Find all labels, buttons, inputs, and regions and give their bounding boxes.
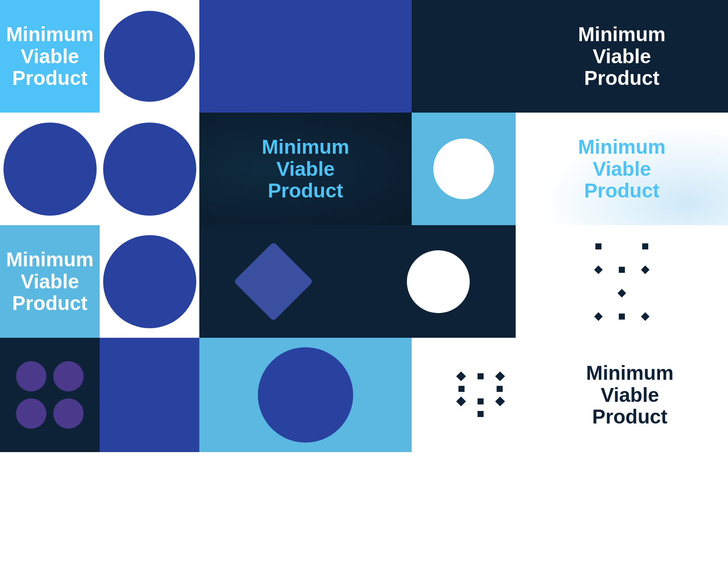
spacer [478, 386, 484, 392]
dot-area-r4 [449, 364, 512, 426]
diamond-shape [234, 242, 313, 321]
spacer2 [458, 411, 465, 417]
dia4 [495, 397, 505, 407]
sq2 [458, 386, 465, 392]
dia3 [456, 397, 466, 407]
dot5 [619, 267, 625, 273]
circle-r4c3 [258, 347, 353, 443]
dot-pattern-r3c5 [590, 238, 654, 325]
cell-r4c2 [100, 338, 199, 452]
cell-r4c4: MinimumViableProduct [412, 338, 728, 452]
dot-row-1 [458, 373, 504, 380]
circle-r3c2 [103, 235, 196, 328]
dot11 [619, 314, 625, 320]
circle-r4c2 [102, 347, 197, 443]
small-circles-r4c1 [7, 352, 92, 437]
cell-r1c5: MinimumViableProduct [516, 0, 728, 113]
main-grid: MinimumViableProduct MinimumViableProduc… [0, 0, 728, 582]
cell-r3c5 [516, 225, 728, 338]
circle-r2c2 [103, 123, 196, 216]
dot12 [642, 314, 648, 320]
dot4 [595, 267, 601, 273]
cell-r4c3 [199, 338, 412, 452]
circle-r3c4 [407, 250, 470, 313]
dia2 [495, 372, 505, 382]
mvp-label-7: MinimumViableProduct [586, 362, 674, 428]
dia1 [456, 372, 466, 382]
cell-r2c2 [100, 113, 199, 225]
dot1 [595, 243, 601, 249]
cell-r2c4 [412, 113, 516, 225]
cell-r4c1 [0, 338, 100, 452]
small-circle-2 [53, 361, 84, 391]
cell-r2c5: MinimumViableProduct [516, 113, 728, 225]
sq4 [478, 398, 484, 404]
cell-r3c2 [100, 225, 199, 338]
small-circle-1 [16, 361, 46, 391]
cell-r3c3 [199, 225, 516, 338]
cell-r1c2 [100, 0, 199, 113]
dot3 [642, 243, 648, 249]
small-circle-4 [53, 398, 84, 429]
mvp-label-4: MinimumViableProduct [578, 136, 666, 202]
dot6 [642, 267, 648, 273]
dot-row-4 [458, 411, 503, 417]
circle-r2c4 [433, 139, 494, 199]
circle-r1c2 [104, 11, 195, 102]
circle-r2c1 [3, 123, 97, 216]
dot-row-3 [458, 398, 504, 405]
mvp-label-5: MinimumViableProduct [6, 249, 94, 314]
cell-r1c4 [412, 0, 516, 113]
cell-r2c1 [0, 113, 100, 225]
cell-r1c1: MinimumViableProduct [0, 0, 100, 113]
dot-row-2 [458, 386, 503, 392]
small-circle-3 [16, 398, 46, 429]
sq1 [478, 373, 484, 379]
spacer3 [497, 411, 503, 417]
dot8 [619, 290, 625, 296]
cell-r3c1: MinimumViableProduct [0, 225, 100, 338]
cell-r2c3: MinimumViableProduct [199, 113, 412, 225]
sq3 [497, 386, 503, 392]
dot10 [595, 314, 601, 320]
mvp-label-1: MinimumViableProduct [6, 23, 94, 89]
mvp-label-2: MinimumViableProduct [578, 23, 666, 89]
sq5 [478, 411, 484, 417]
cell-r1c3 [199, 0, 412, 113]
mvp-label-3: MinimumViableProduct [262, 136, 349, 202]
